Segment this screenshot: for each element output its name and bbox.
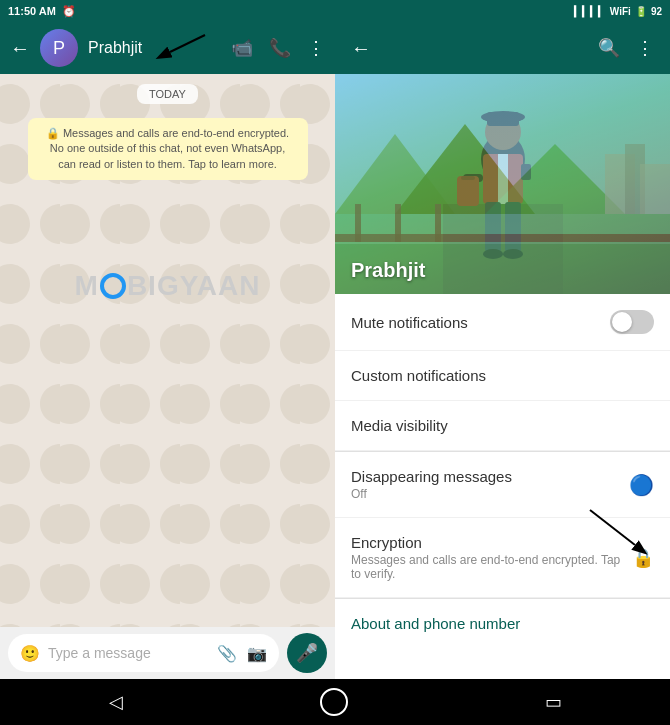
watermark-o	[100, 273, 126, 299]
encryption-title: Encryption	[351, 534, 632, 551]
encryption-subtitle: Messages and calls are end-to-end encryp…	[351, 553, 632, 581]
menu-item-encryption-text: Encryption Messages and calls are end-to…	[351, 534, 632, 581]
profile-header-bar: ← 🔍 ⋮	[335, 22, 670, 74]
custom-notifications-title: Custom notifications	[351, 367, 654, 384]
time-display: 11:50 AM	[8, 5, 56, 17]
status-bar: 11:50 AM ⏰ ▎▎▎▎ WiFi 🔋 92	[0, 0, 670, 22]
nav-recents-button[interactable]: ▭	[525, 685, 582, 719]
toggle-knob	[612, 312, 632, 332]
nav-home-button[interactable]	[320, 688, 348, 716]
disappearing-messages-subtitle: Off	[351, 487, 629, 501]
menu-item-mute-notifications[interactable]: Mute notifications	[335, 294, 670, 351]
paperclip-icon[interactable]: 📎	[217, 644, 237, 663]
more-options-icon[interactable]: ⋮	[307, 37, 325, 59]
chat-input-field[interactable]: 🙂 Type a message 📎 📷	[8, 634, 279, 672]
encryption-notice[interactable]: 🔒 Messages and calls are end-to-end encr…	[28, 118, 308, 180]
avatar[interactable]: P	[40, 29, 78, 67]
menu-item-custom-text: Custom notifications	[351, 367, 654, 384]
chat-contact-name[interactable]: Prabhjit	[88, 39, 221, 57]
profile-search-icon[interactable]: 🔍	[598, 37, 620, 59]
lock-icon: 🔒	[632, 547, 654, 569]
svg-rect-21	[640, 164, 670, 214]
chat-attachment-icons: 📎 📷	[217, 644, 267, 663]
signal-icon: ▎▎▎▎	[574, 6, 606, 17]
chat-header-actions: 📹 📞 ⋮	[231, 37, 325, 59]
menu-item-disappearing-messages[interactable]: Disappearing messages Off 🔵	[335, 452, 670, 518]
profile-name-overlay: Prabhjit	[351, 259, 425, 282]
battery-level: 92	[651, 6, 662, 17]
menu-item-media-text: Media visibility	[351, 417, 654, 434]
profile-image-section: Prabhjit	[335, 74, 670, 294]
chat-body: TODAY 🔒 Messages and calls are end-to-en…	[0, 74, 335, 627]
about-phone-number-link[interactable]: About and phone number	[335, 599, 670, 648]
emoji-icon[interactable]: 🙂	[20, 644, 40, 663]
status-bar-right: ▎▎▎▎ WiFi 🔋 92	[574, 6, 662, 17]
svg-rect-27	[435, 204, 441, 242]
voice-call-icon[interactable]: 📞	[269, 37, 291, 59]
chat-input-bar: 🙂 Type a message 📎 📷 🎤	[0, 627, 335, 679]
mute-notifications-title: Mute notifications	[351, 314, 610, 331]
battery-icon: 🔋	[635, 6, 647, 17]
menu-item-disappearing-text: Disappearing messages Off	[351, 468, 629, 501]
mic-icon: 🎤	[296, 642, 318, 664]
profile-panel: ← 🔍 ⋮	[335, 22, 670, 679]
svg-rect-24	[335, 234, 670, 242]
svg-rect-25	[355, 204, 361, 242]
chat-back-button[interactable]: ←	[10, 37, 30, 60]
disappearing-messages-icon: 🔵	[629, 473, 654, 497]
chat-panel: ← P Prabhjit 📹 📞 ⋮ TODAY 🔒 Messages and …	[0, 22, 335, 679]
mute-notifications-toggle[interactable]	[610, 310, 654, 334]
menu-item-mute-text: Mute notifications	[351, 314, 610, 331]
menu-item-media-visibility[interactable]: Media visibility	[335, 401, 670, 451]
wifi-icon: WiFi	[610, 6, 631, 17]
mic-button[interactable]: 🎤	[287, 633, 327, 673]
chat-header: ← P Prabhjit 📹 📞 ⋮	[0, 22, 335, 74]
svg-rect-26	[395, 204, 401, 242]
nav-back-button[interactable]: ◁	[89, 685, 143, 719]
date-badge: TODAY	[137, 84, 198, 104]
disappearing-messages-title: Disappearing messages	[351, 468, 629, 485]
profile-header-icons: 🔍 ⋮	[598, 37, 654, 59]
profile-menu-list: Mute notifications Custom notifications …	[335, 294, 670, 679]
bottom-nav: ◁ ▭	[0, 679, 670, 725]
video-call-icon[interactable]: 📹	[231, 37, 253, 59]
status-bar-left: 11:50 AM ⏰	[8, 5, 76, 18]
alarm-icon: ⏰	[62, 5, 76, 18]
message-input-placeholder[interactable]: Type a message	[48, 645, 209, 661]
menu-item-custom-notifications[interactable]: Custom notifications	[335, 351, 670, 401]
camera-icon[interactable]: 📷	[247, 644, 267, 663]
media-visibility-title: Media visibility	[351, 417, 654, 434]
profile-back-button[interactable]: ←	[351, 37, 371, 60]
profile-more-options-icon[interactable]: ⋮	[636, 37, 654, 59]
watermark-logo: MBIGYAAN	[75, 270, 261, 302]
menu-item-encryption[interactable]: Encryption Messages and calls are end-to…	[335, 518, 670, 598]
